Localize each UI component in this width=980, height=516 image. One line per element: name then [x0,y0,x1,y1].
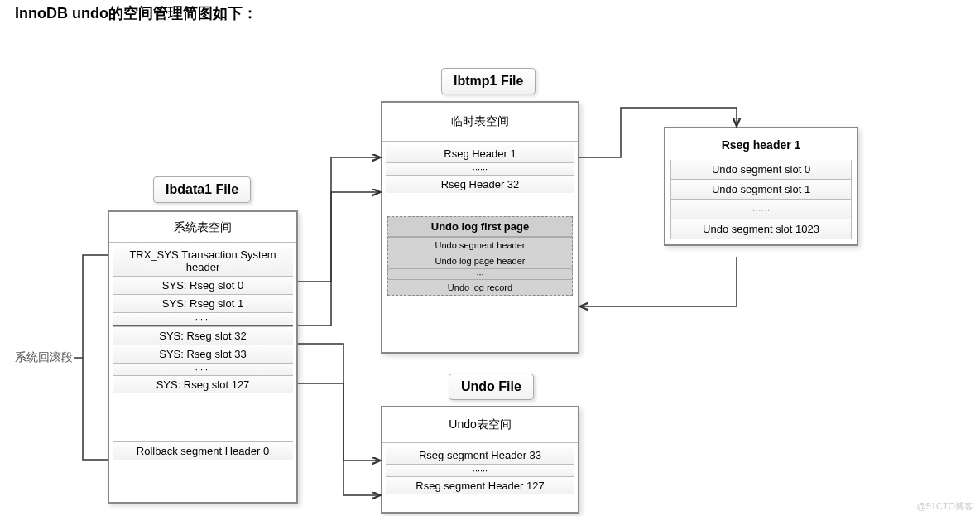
ibdata1-row: SYS: Rseg slot 32 [113,326,293,345]
ibtmp1-box: 临时表空间 Rseg Header 1 ······ Rseg Header 3… [381,101,579,354]
label-undofile: Undo File [449,374,534,400]
rseg-row: Undo segment slot 1023 [670,219,852,239]
undofile-box: Undo表空间 Rseg segment Header 33 ······ Rs… [381,406,579,514]
page-title: InnoDB undo的空间管理简图如下： [15,3,257,23]
ibdata1-row: SYS: Rseg slot 33 [113,345,293,363]
ibdata1-row: TRX_SYS:Transaction System header [113,246,293,276]
undofile-header: Undo表空间 [382,407,578,443]
undofile-row: ······ [386,464,574,476]
ibdata1-row: ······ [113,363,293,375]
ibdata1-header: 系统表空间 [109,212,296,243]
ibtmp1-row: ······ [386,162,574,175]
undofile-row: Rseg segment Header 33 [386,446,574,464]
ibtmp1-header: 临时表空间 [382,103,578,142]
rseg-row: Undo segment slot 1 [670,180,852,200]
rseg-row: ······ [670,200,852,219]
ibtmp1-row: Rseg Header 1 [386,145,574,162]
ibdata1-row: ······ [113,312,293,325]
ibdata1-row: SYS: Rseg slot 0 [113,276,293,294]
ibdata1-row: SYS: Rseg slot 127 [113,375,293,393]
caption-rollback: 系统回滚段 [15,350,73,365]
undo-log-title: Undo log first page [388,217,572,237]
undo-log-row: ··· [388,268,572,279]
undo-log-group: Undo log first page Undo segment header … [387,216,573,296]
ibdata1-footer: Rollback segment Header 0 [113,441,293,460]
ibtmp1-row: Rseg Header 32 [386,175,574,193]
rseg-row: Undo segment slot 0 [670,160,852,180]
undo-log-row: Undo log record [388,279,572,295]
label-ibtmp1: Ibtmp1 File [441,68,536,94]
rseg-title: Rseg header 1 [670,133,852,160]
watermark: @51CTO博客 [917,500,973,513]
undo-log-row: Undo segment header [388,237,572,253]
undo-log-row: Undo log page header [388,253,572,268]
ibdata1-row: SYS: Rseg slot 1 [113,294,293,312]
undofile-row: Rseg segment Header 127 [386,476,574,494]
rseg-box: Rseg header 1 Undo segment slot 0 Undo s… [664,127,858,246]
label-ibdata1: Ibdata1 File [153,176,251,203]
ibdata1-box: 系统表空间 TRX_SYS:Transaction System header … [108,210,298,504]
